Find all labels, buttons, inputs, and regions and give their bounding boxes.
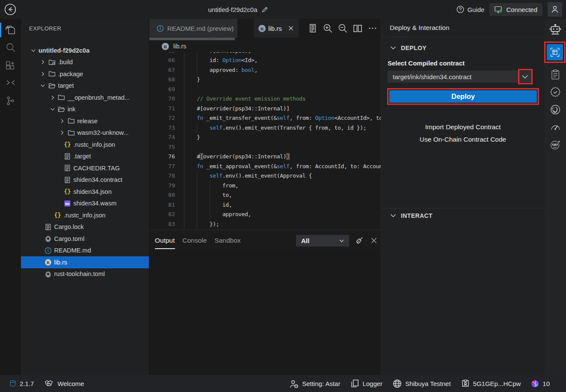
robot-icon[interactable] xyxy=(545,21,566,39)
tree-item-label: shiden34.contract xyxy=(74,176,122,183)
status-5g1gep...hcpw[interactable]: 5G1GEp...HCpw xyxy=(461,379,521,388)
tree-item-target[interactable]: target xyxy=(21,80,149,92)
tree-item-untitled-f29d2c0a[interactable]: untitled-f29d2c0a xyxy=(21,45,149,56)
tree-item-rust-toolchain.toml[interactable]: rust-toolchain.toml xyxy=(21,268,149,280)
line-number: 76 xyxy=(149,152,184,162)
status-logger[interactable]: Logger xyxy=(350,379,382,388)
tree-item-.target[interactable]: .target xyxy=(21,151,149,163)
deploy-section-header[interactable]: DEPLOY xyxy=(381,45,545,51)
interact-section-header[interactable]: INTERACT xyxy=(381,212,545,219)
log-filter-select[interactable]: All xyxy=(296,235,349,246)
person-gear-icon xyxy=(289,379,299,388)
editor-tab-readme.md-preview-[interactable]: README.md (preview) xyxy=(149,19,237,38)
tree-item-cargo.toml[interactable]: Cargo.toml xyxy=(21,233,149,245)
collapse-icon[interactable] xyxy=(0,74,21,92)
tree-item-label: __openbrush_metad... xyxy=(68,94,130,101)
bottom-panel: OutputConsoleSandbox All xyxy=(149,230,381,375)
twistie-right-icon[interactable] xyxy=(49,94,56,101)
twistie-right-icon[interactable] xyxy=(59,117,66,125)
deploy-button[interactable]: Deploy xyxy=(389,90,537,103)
deploy-panel-title: Deploy & Interaction xyxy=(381,19,545,37)
guide-button[interactable]: Guide xyxy=(456,6,484,13)
status-setting-astar[interactable]: Setting: Astar xyxy=(289,379,340,388)
gauge-icon[interactable] xyxy=(545,118,566,136)
tree-item-.rustc-info.json[interactable]: {}.rustc_info.json xyxy=(21,209,149,221)
tree-item-shiden34.json[interactable]: {}shiden34.json xyxy=(21,186,149,198)
code-line-77: 77 fn _emit_approval_event(&self, from: … xyxy=(149,162,381,172)
zoom-in-icon[interactable] xyxy=(323,24,332,33)
twistie-spacer xyxy=(39,258,43,266)
openai-icon[interactable] xyxy=(545,101,566,119)
status-welcome[interactable]: Welcome xyxy=(44,379,84,388)
files-icon[interactable] xyxy=(0,21,21,39)
clear-output-icon[interactable] xyxy=(355,236,364,245)
twistie-spacer xyxy=(59,153,62,160)
deploy-panel: Deploy & Interaction DEPLOY Select Compi… xyxy=(381,19,545,375)
tree-item-cargo.lock[interactable]: Cargo.lock xyxy=(21,221,149,233)
twistie-down-icon[interactable] xyxy=(49,106,56,113)
panel-tab-output[interactable]: Output xyxy=(155,230,175,251)
code-line-76: 76 #[overrider(psp34::Internal)] xyxy=(149,152,381,162)
tree-item-label: rust-toolchain.toml xyxy=(54,270,105,277)
import-deployed-contract-link[interactable]: Import Deployed Contract xyxy=(381,121,545,133)
back-button[interactable] xyxy=(4,3,16,15)
split-editor-icon[interactable] xyxy=(353,24,362,33)
close-panel-icon[interactable] xyxy=(370,236,378,245)
extensions-icon[interactable] xyxy=(0,56,21,74)
tree-item-ink[interactable]: ink xyxy=(21,104,149,116)
tree-item-label: .build xyxy=(58,59,73,65)
tree-item-cachedir.tag[interactable]: CACHEDIR.TAG xyxy=(21,162,149,174)
code-line-70: 70 // Override event emission methods xyxy=(149,94,381,104)
ellipsis-icon[interactable] xyxy=(368,24,377,33)
tree-item-shiden34.wasm[interactable]: WAshiden34.wasm xyxy=(21,198,149,210)
twistie-right-icon[interactable] xyxy=(59,129,66,137)
tree-item-wasm32-unknow...[interactable]: wasm32-unknow... xyxy=(21,127,149,139)
info-icon xyxy=(157,25,164,32)
cool-face-icon[interactable] xyxy=(545,136,566,154)
tree-item-shiden34.contract[interactable]: shiden34.contract xyxy=(21,174,149,186)
status-2.1.7[interactable]: 2.1.7 xyxy=(9,380,34,387)
code-text: }); xyxy=(184,220,381,229)
panel-tab-console[interactable]: Console xyxy=(183,230,207,251)
tree-item--openbrush-metad...[interactable]: __openbrush_metad... xyxy=(21,92,149,104)
zoom-out-icon[interactable] xyxy=(338,24,347,33)
status-item-label: 5G1GEp...HCpw xyxy=(473,380,521,387)
line-number: 79 xyxy=(149,181,184,191)
panel-tab-sandbox[interactable]: Sandbox xyxy=(214,230,240,251)
tree-item-.rustc-info.json[interactable]: {}.rustc_info.json xyxy=(21,139,149,151)
twistie-right-icon[interactable] xyxy=(39,59,47,66)
tree-item-readme.md[interactable]: README.md xyxy=(21,245,149,257)
seal-check-icon[interactable] xyxy=(545,83,566,101)
token-icon xyxy=(531,380,539,388)
globe-icon xyxy=(393,379,402,388)
tree-item-.package[interactable]: .package xyxy=(21,68,149,80)
search-icon[interactable] xyxy=(0,39,21,56)
breadcrumb[interactable]: R lib.rs xyxy=(149,40,381,52)
info-file-icon xyxy=(44,247,52,254)
rename-pencil-icon[interactable] xyxy=(261,6,269,13)
twistie-down-icon[interactable] xyxy=(30,47,37,54)
tree-item-.build[interactable]: .build xyxy=(21,56,149,68)
status-10[interactable]: 10 xyxy=(531,380,550,388)
clipboard-icon[interactable] xyxy=(545,65,566,83)
status-shibuya-testnet[interactable]: Shibuya Testnet xyxy=(393,379,450,388)
chevron-down-icon xyxy=(338,238,345,244)
code-line-80: 80 to, xyxy=(149,190,381,200)
code-line-82: 82 approved, xyxy=(149,210,381,220)
deploy-tile-icon[interactable] xyxy=(547,44,563,60)
close-tab-icon[interactable] xyxy=(287,25,294,32)
file-file-icon xyxy=(64,176,71,184)
use-onchain-contract-link[interactable]: Use On-Chain Contract Code xyxy=(381,133,545,146)
doc-lines-icon[interactable] xyxy=(308,24,317,33)
twistie-down-icon[interactable] xyxy=(39,82,47,89)
twistie-right-icon[interactable] xyxy=(39,70,47,77)
git-branch-icon[interactable] xyxy=(0,92,21,110)
tree-item-lib.rs[interactable]: Rlib.rs xyxy=(21,256,149,268)
account-button[interactable] xyxy=(548,2,562,17)
status-bar: 2.1.7Welcome Setting: AstarLoggerShibuya… xyxy=(0,375,566,392)
editor-tab-lib.rs[interactable]: Rlib.rs xyxy=(254,19,299,38)
connected-button[interactable]: Connected xyxy=(489,3,542,16)
code-editor[interactable]: 65 #[ink(topic)]66 id: Option<Id>,67 app… xyxy=(149,52,381,230)
compiled-contract-select[interactable]: target/ink/shiden34.contract xyxy=(388,71,531,83)
tree-item-release[interactable]: release xyxy=(21,115,149,127)
